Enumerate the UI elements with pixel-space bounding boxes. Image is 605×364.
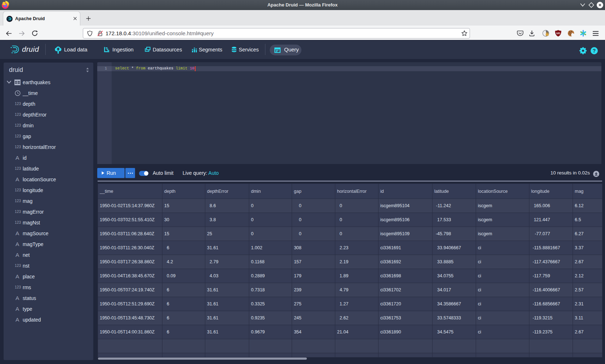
svg-text:?: ? xyxy=(593,48,596,54)
svg-text:UO: UO xyxy=(556,32,560,35)
